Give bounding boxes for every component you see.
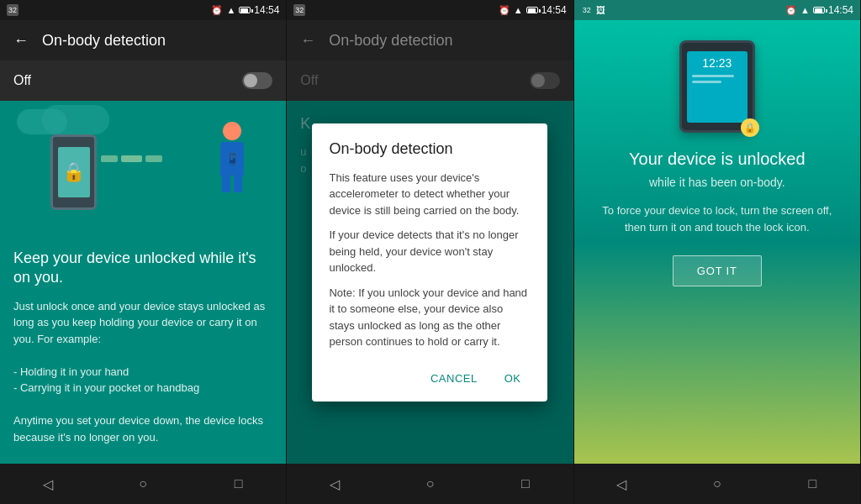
toggle-row-1: Off — [0, 60, 286, 101]
dialog-para-2: If your device detects that it's no long… — [329, 227, 531, 276]
signal-icon-3: ▲ — [800, 5, 810, 15]
content-area-3: 12:23 🔒 Your device is unlocked while it… — [574, 20, 860, 464]
time-3: 14:54 — [828, 4, 853, 16]
toggle-label-1: Off — [13, 73, 31, 88]
illustration-1: 🔒 📱 — [0, 101, 286, 235]
tablet-time: 12:23 — [692, 56, 742, 70]
dialog-para-3: Note: If you unlock your device and hand… — [329, 285, 531, 350]
battery-icon-2 — [526, 7, 538, 13]
status-bar-1: 32 ⏰ ▲ 14:54 — [0, 0, 286, 20]
content-area-1: 🔒 📱 Keep your device unlocked w — [0, 101, 286, 464]
nav-bar-2: ◁ ○ □ — [287, 464, 573, 504]
battery-icon-3 — [813, 7, 825, 13]
notification-badge-1: 32 — [7, 4, 18, 16]
dialog-title: On-body detection — [329, 140, 531, 158]
toolbar-title-1: On-body detection — [42, 32, 166, 50]
wave-1 — [101, 155, 118, 162]
toolbar-1: ← On-body detection — [0, 20, 286, 60]
nav-home-2[interactable]: ○ — [409, 464, 450, 504]
toggle-switch-1[interactable] — [242, 72, 272, 89]
nav-recent-3[interactable]: □ — [792, 464, 832, 504]
status-left-2: 32 — [293, 4, 305, 16]
phone-screen: 🔒 — [58, 147, 90, 197]
signal-waves — [101, 155, 162, 162]
time-1: 14:54 — [254, 4, 279, 16]
ok-button[interactable]: OK — [494, 365, 531, 391]
back-icon-2[interactable]: ← — [300, 32, 315, 50]
person-leg-right — [234, 176, 242, 192]
dialog-box: On-body detection This feature uses your… — [312, 123, 547, 402]
tablet-lock-badge: 🔒 — [741, 118, 759, 137]
toolbar-2: ← On-body detection — [287, 20, 573, 60]
tablet-screen: 12:23 — [687, 51, 747, 123]
notification-badge-2: 32 — [293, 4, 305, 16]
alarm-icon-1: ⏰ — [211, 5, 223, 16]
time-2: 14:54 — [541, 4, 567, 16]
person-body: 📱 — [220, 142, 244, 176]
main-heading-1: Keep your device unlocked while it's on … — [13, 249, 272, 288]
cloud-2 — [42, 105, 109, 134]
person-illustration: 📱 — [220, 122, 244, 192]
person-head — [223, 122, 241, 140]
panel3-headline: Your device is unlocked — [629, 150, 805, 169]
screen-2: 32 ⏰ ▲ 14:54 ← On-body detection Off K u… — [287, 0, 573, 504]
panel3-subtext: while it has been on-body. — [649, 176, 785, 189]
phone-illustration: 🔒 — [50, 134, 97, 210]
status-right-3: ⏰ ▲ 14:54 — [785, 4, 853, 16]
signal-icon-2: ▲ — [514, 5, 523, 15]
status-bar-3: 32 🖼 ⏰ ▲ 14:54 — [574, 0, 860, 20]
nav-recent-2[interactable]: □ — [505, 464, 546, 504]
nav-bar-3: ◁ ○ □ — [574, 464, 860, 504]
status-right-1: ⏰ ▲ 14:54 — [211, 4, 279, 16]
dialog-overlay: On-body detection This feature uses your… — [287, 60, 573, 464]
back-icon-1[interactable]: ← — [13, 32, 29, 50]
alarm-icon-3: ⏰ — [785, 5, 797, 16]
status-bar-2: 32 ⏰ ▲ 14:54 — [287, 0, 573, 20]
nav-bar-1: ◁ ○ □ — [0, 464, 286, 504]
body-text-1: Just unlock once and your device stays u… — [13, 298, 272, 446]
dialog-para-1: This feature uses your device's accelero… — [329, 170, 531, 219]
person-leg-left — [222, 176, 230, 192]
wave-3 — [145, 155, 162, 162]
nav-back-3[interactable]: ◁ — [601, 464, 642, 504]
panel3-body: To force your device to lock, turn the s… — [591, 202, 843, 235]
tablet-lines — [692, 75, 742, 83]
photo-icon-3: 🖼 — [596, 5, 605, 15]
text-area-1: Keep your device unlocked while it's on … — [0, 235, 286, 459]
nav-back-1[interactable]: ◁ — [28, 464, 68, 504]
wave-2 — [121, 155, 142, 162]
battery-icon-1 — [239, 7, 251, 13]
alarm-icon-2: ⏰ — [499, 5, 510, 16]
tablet-line-2 — [692, 81, 721, 83]
status-left-1: 32 — [7, 4, 18, 16]
status-right-2: ⏰ ▲ 14:54 — [499, 4, 567, 16]
signal-icon-1: ▲ — [226, 5, 235, 15]
toolbar-title-2: On-body detection — [329, 32, 452, 50]
cancel-button[interactable]: CANCEL — [420, 365, 488, 391]
got-it-button[interactable]: GOT IT — [673, 255, 762, 286]
screen-1: 32 ⏰ ▲ 14:54 ← On-body detection Off 🔒 — [0, 0, 287, 504]
status-left-3: 32 🖼 — [581, 4, 605, 16]
person-legs — [220, 176, 244, 192]
lock-icon-illus: 🔒 — [62, 161, 85, 183]
nav-home-1[interactable]: ○ — [123, 464, 163, 504]
nav-back-2[interactable]: ◁ — [314, 464, 355, 504]
notification-badge-3: 32 — [581, 4, 593, 16]
screen-3: 32 🖼 ⏰ ▲ 14:54 12:23 🔒 Your device is — [574, 0, 861, 504]
nav-recent-1[interactable]: □ — [219, 464, 259, 504]
tablet-line-1 — [692, 75, 734, 77]
dialog-actions: CANCEL OK — [329, 359, 531, 391]
tablet-illustration: 12:23 🔒 — [679, 40, 755, 133]
nav-home-3[interactable]: ○ — [697, 464, 737, 504]
